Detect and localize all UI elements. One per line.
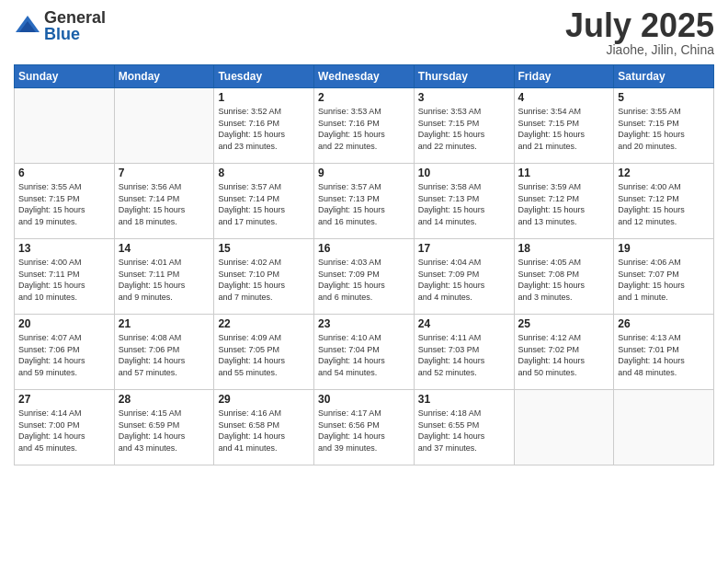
day-info: Sunrise: 4:00 AM Sunset: 7:12 PM Dayligh… xyxy=(618,181,710,227)
calendar-cell: 13Sunrise: 4:00 AM Sunset: 7:11 PM Dayli… xyxy=(15,239,115,315)
page: General Blue July 2025 Jiaohe, Jilin, Ch… xyxy=(0,0,728,563)
calendar-cell: 31Sunrise: 4:18 AM Sunset: 6:55 PM Dayli… xyxy=(414,390,514,465)
day-info: Sunrise: 4:05 AM Sunset: 7:08 PM Dayligh… xyxy=(518,257,610,303)
calendar-cell: 15Sunrise: 4:02 AM Sunset: 7:10 PM Dayli… xyxy=(214,239,314,315)
day-number: 12 xyxy=(618,167,710,179)
day-info: Sunrise: 4:17 AM Sunset: 6:56 PM Dayligh… xyxy=(318,408,410,454)
day-number: 26 xyxy=(618,317,710,330)
col-thursday: Thursday xyxy=(414,65,514,88)
day-number: 1 xyxy=(218,91,310,104)
calendar-table: Sunday Monday Tuesday Wednesday Thursday… xyxy=(14,64,714,465)
calendar-cell: 8Sunrise: 3:57 AM Sunset: 7:14 PM Daylig… xyxy=(214,164,314,239)
calendar-cell: 29Sunrise: 4:16 AM Sunset: 6:58 PM Dayli… xyxy=(214,390,314,465)
day-info: Sunrise: 4:12 AM Sunset: 7:02 PM Dayligh… xyxy=(518,332,610,378)
day-info: Sunrise: 4:03 AM Sunset: 7:09 PM Dayligh… xyxy=(318,257,410,303)
col-sunday: Sunday xyxy=(15,65,115,88)
calendar-cell: 17Sunrise: 4:04 AM Sunset: 7:09 PM Dayli… xyxy=(414,239,514,315)
day-info: Sunrise: 3:52 AM Sunset: 7:16 PM Dayligh… xyxy=(218,106,310,152)
calendar-cell: 24Sunrise: 4:11 AM Sunset: 7:03 PM Dayli… xyxy=(414,315,514,390)
day-number: 27 xyxy=(18,393,110,406)
day-number: 14 xyxy=(119,242,210,255)
calendar-cell: 23Sunrise: 4:10 AM Sunset: 7:04 PM Dayli… xyxy=(314,315,415,390)
day-number: 20 xyxy=(18,317,110,330)
day-info: Sunrise: 4:01 AM Sunset: 7:11 PM Dayligh… xyxy=(119,257,210,303)
day-number: 23 xyxy=(318,317,410,330)
day-number: 3 xyxy=(418,91,510,104)
day-number: 31 xyxy=(418,393,510,406)
calendar-week-5: 27Sunrise: 4:14 AM Sunset: 7:00 PM Dayli… xyxy=(15,390,714,465)
location: Jiaohe, Jilin, China xyxy=(565,42,714,57)
header: General Blue July 2025 Jiaohe, Jilin, Ch… xyxy=(14,9,714,57)
col-saturday: Saturday xyxy=(614,65,714,88)
day-info: Sunrise: 3:55 AM Sunset: 7:15 PM Dayligh… xyxy=(18,181,110,227)
col-wednesday: Wednesday xyxy=(314,65,415,88)
day-number: 29 xyxy=(218,393,310,406)
day-info: Sunrise: 4:18 AM Sunset: 6:55 PM Dayligh… xyxy=(418,408,510,454)
col-friday: Friday xyxy=(514,65,614,88)
day-number: 21 xyxy=(119,317,210,330)
day-info: Sunrise: 4:11 AM Sunset: 7:03 PM Dayligh… xyxy=(418,332,510,378)
calendar-cell: 12Sunrise: 4:00 AM Sunset: 7:12 PM Dayli… xyxy=(614,164,714,239)
day-info: Sunrise: 4:10 AM Sunset: 7:04 PM Dayligh… xyxy=(318,332,410,378)
day-number: 6 xyxy=(18,167,110,179)
day-number: 18 xyxy=(518,242,610,255)
calendar-week-3: 13Sunrise: 4:00 AM Sunset: 7:11 PM Dayli… xyxy=(15,239,714,315)
day-info: Sunrise: 4:14 AM Sunset: 7:00 PM Dayligh… xyxy=(18,408,110,454)
day-number: 24 xyxy=(418,317,510,330)
calendar-week-1: 1Sunrise: 3:52 AM Sunset: 7:16 PM Daylig… xyxy=(15,88,714,164)
calendar-week-2: 6Sunrise: 3:55 AM Sunset: 7:15 PM Daylig… xyxy=(15,164,714,239)
day-info: Sunrise: 3:54 AM Sunset: 7:15 PM Dayligh… xyxy=(518,106,610,152)
calendar-cell: 11Sunrise: 3:59 AM Sunset: 7:12 PM Dayli… xyxy=(514,164,614,239)
calendar-cell: 25Sunrise: 4:12 AM Sunset: 7:02 PM Dayli… xyxy=(514,315,614,390)
logo-blue: Blue xyxy=(44,26,106,42)
day-number: 4 xyxy=(518,91,610,104)
calendar-cell: 10Sunrise: 3:58 AM Sunset: 7:13 PM Dayli… xyxy=(414,164,514,239)
calendar-cell xyxy=(15,88,115,164)
calendar-cell: 28Sunrise: 4:15 AM Sunset: 6:59 PM Dayli… xyxy=(114,390,214,465)
logo: General Blue xyxy=(14,9,106,42)
calendar-cell: 14Sunrise: 4:01 AM Sunset: 7:11 PM Dayli… xyxy=(114,239,214,315)
day-info: Sunrise: 4:02 AM Sunset: 7:10 PM Dayligh… xyxy=(218,257,310,303)
day-number: 13 xyxy=(18,242,110,255)
day-number: 10 xyxy=(418,167,510,179)
day-info: Sunrise: 3:57 AM Sunset: 7:14 PM Dayligh… xyxy=(218,181,310,227)
day-number: 2 xyxy=(318,91,410,104)
day-number: 5 xyxy=(618,91,710,104)
day-info: Sunrise: 4:16 AM Sunset: 6:58 PM Dayligh… xyxy=(218,408,310,454)
day-info: Sunrise: 4:09 AM Sunset: 7:05 PM Dayligh… xyxy=(218,332,310,378)
day-info: Sunrise: 4:07 AM Sunset: 7:06 PM Dayligh… xyxy=(18,332,110,378)
calendar-cell: 30Sunrise: 4:17 AM Sunset: 6:56 PM Dayli… xyxy=(314,390,415,465)
calendar-cell: 7Sunrise: 3:56 AM Sunset: 7:14 PM Daylig… xyxy=(114,164,214,239)
day-info: Sunrise: 4:06 AM Sunset: 7:07 PM Dayligh… xyxy=(618,257,710,303)
day-number: 9 xyxy=(318,167,410,179)
day-number: 7 xyxy=(119,167,210,179)
calendar-cell: 16Sunrise: 4:03 AM Sunset: 7:09 PM Dayli… xyxy=(314,239,415,315)
month-title: July 2025 xyxy=(565,9,714,42)
calendar-cell xyxy=(114,88,214,164)
day-info: Sunrise: 4:04 AM Sunset: 7:09 PM Dayligh… xyxy=(418,257,510,303)
day-info: Sunrise: 4:08 AM Sunset: 7:06 PM Dayligh… xyxy=(119,332,210,378)
day-info: Sunrise: 3:58 AM Sunset: 7:13 PM Dayligh… xyxy=(418,181,510,227)
day-info: Sunrise: 3:57 AM Sunset: 7:13 PM Dayligh… xyxy=(318,181,410,227)
logo-general: General xyxy=(44,9,106,26)
header-row: Sunday Monday Tuesday Wednesday Thursday… xyxy=(15,65,714,88)
day-number: 17 xyxy=(418,242,510,255)
day-number: 28 xyxy=(119,393,210,406)
day-number: 11 xyxy=(518,167,610,179)
calendar-cell: 9Sunrise: 3:57 AM Sunset: 7:13 PM Daylig… xyxy=(314,164,415,239)
title-section: July 2025 Jiaohe, Jilin, China xyxy=(565,9,714,57)
calendar-body: 1Sunrise: 3:52 AM Sunset: 7:16 PM Daylig… xyxy=(15,88,714,465)
calendar-cell: 3Sunrise: 3:53 AM Sunset: 7:15 PM Daylig… xyxy=(414,88,514,164)
calendar-cell: 2Sunrise: 3:53 AM Sunset: 7:16 PM Daylig… xyxy=(314,88,415,164)
day-number: 22 xyxy=(218,317,310,330)
calendar-header: Sunday Monday Tuesday Wednesday Thursday… xyxy=(15,65,714,88)
calendar-cell xyxy=(514,390,614,465)
day-number: 30 xyxy=(318,393,410,406)
day-number: 15 xyxy=(218,242,310,255)
calendar-cell: 6Sunrise: 3:55 AM Sunset: 7:15 PM Daylig… xyxy=(15,164,115,239)
day-number: 19 xyxy=(618,242,710,255)
calendar-cell: 27Sunrise: 4:14 AM Sunset: 7:00 PM Dayli… xyxy=(15,390,115,465)
col-monday: Monday xyxy=(114,65,214,88)
day-number: 25 xyxy=(518,317,610,330)
calendar-cell: 5Sunrise: 3:55 AM Sunset: 7:15 PM Daylig… xyxy=(614,88,714,164)
